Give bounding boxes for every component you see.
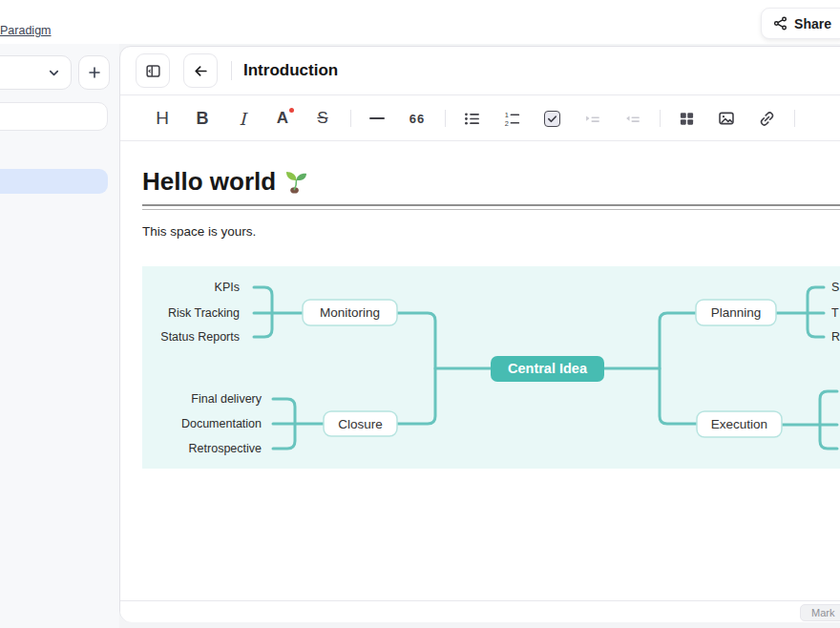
- page-title: Introduction: [243, 61, 338, 80]
- double-rule-divider: [142, 204, 840, 210]
- mindmap-leaf-label[interactable]: Documentation: [181, 417, 262, 430]
- top-bar: Paradigm Share: [0, 0, 840, 44]
- share-icon: [773, 16, 788, 31]
- svg-text:Monitoring: Monitoring: [320, 305, 380, 320]
- share-label: Share: [794, 16, 831, 31]
- svg-text:Planning: Planning: [711, 305, 762, 320]
- mindmap-leaf-label-clipped[interactable]: S: [831, 281, 839, 294]
- insert-table-button[interactable]: [672, 104, 701, 133]
- toolbar-divider: [350, 110, 351, 127]
- mindmap-leaf-label[interactable]: Status Reports: [160, 330, 240, 344]
- strikethrough-button[interactable]: S: [308, 104, 337, 133]
- markdown-toggle-button[interactable]: Mark: [800, 604, 840, 621]
- panel-header: Introduction: [120, 47, 840, 95]
- mindmap-leaf-label-clipped[interactable]: T: [831, 306, 839, 320]
- workspace-dropdown[interactable]: [0, 55, 72, 90]
- bold-button[interactable]: B: [188, 104, 217, 133]
- toolbar-divider: [794, 110, 795, 127]
- mindmap-node-central-idea[interactable]: Central Idea: [491, 356, 604, 382]
- mindmap-leaf-label[interactable]: Final delivery: [191, 392, 262, 406]
- toolbar-divider: [660, 110, 661, 127]
- svg-text:Central Idea: Central Idea: [508, 361, 588, 376]
- toggle-sidebar-button[interactable]: [136, 53, 170, 88]
- bullet-list-icon: [464, 111, 480, 127]
- mindmap-node-closure[interactable]: Closure: [324, 411, 397, 436]
- numbered-list-button[interactable]: 1 2: [497, 104, 526, 133]
- italic-button[interactable]: I: [228, 104, 257, 133]
- numbered-list-icon: 1 2: [504, 111, 520, 127]
- insert-link-button[interactable]: [752, 104, 781, 133]
- image-icon: [718, 110, 735, 127]
- indent-button[interactable]: [578, 104, 606, 133]
- sidebar-selected-doc[interactable]: [0, 169, 108, 194]
- doc-heading[interactable]: Hello world: [142, 167, 308, 197]
- outdent-icon: [624, 111, 640, 127]
- mindmap-leaf-label[interactable]: Retrospective: [189, 442, 262, 455]
- markdown-toggle-label: Mark: [811, 607, 834, 618]
- text-color-button[interactable]: A: [268, 104, 297, 133]
- link-icon: [759, 111, 775, 127]
- mindmap-leaf-label[interactable]: KPIs: [215, 281, 240, 294]
- share-button[interactable]: Share: [761, 8, 840, 39]
- insert-image-button[interactable]: [712, 104, 741, 133]
- mindmap-node-execution[interactable]: Execution: [697, 411, 782, 437]
- mindmap-node-planning[interactable]: Planning: [696, 300, 776, 325]
- table-icon: [679, 111, 695, 127]
- checkbox-icon: [544, 111, 560, 127]
- indent-icon: [584, 111, 600, 127]
- seedling-emoji: [284, 170, 308, 194]
- back-arrow-icon: [193, 63, 209, 79]
- doc-paragraph[interactable]: This space is yours.: [142, 224, 256, 239]
- header-divider: [231, 61, 232, 80]
- mindmap-node-monitoring[interactable]: Monitoring: [303, 300, 397, 325]
- mindmap-canvas[interactable]: KPIs Risk Tracking Status Reports Final …: [142, 266, 840, 469]
- doc-heading-text: Hello world: [142, 167, 276, 197]
- main-panel: Introduction H B I A S 66 1: [119, 46, 840, 622]
- heading-button[interactable]: H: [148, 104, 177, 133]
- workspace-link[interactable]: Paradigm: [0, 24, 52, 37]
- sidebar-search-box[interactable]: [0, 102, 108, 131]
- divider-block-button[interactable]: [363, 104, 391, 133]
- chevron-down-icon: [47, 66, 61, 80]
- plus-icon: [87, 65, 102, 80]
- toolbar-divider: [445, 110, 446, 127]
- new-doc-button[interactable]: [78, 55, 110, 90]
- mindmap-leaf-label-clipped[interactable]: R: [831, 330, 840, 344]
- outdent-button[interactable]: [618, 104, 646, 133]
- quote-button[interactable]: 66: [403, 104, 431, 133]
- mindmap-leaf-label[interactable]: Risk Tracking: [168, 306, 240, 320]
- sidebar: [0, 44, 119, 628]
- bullet-list-button[interactable]: [457, 104, 486, 133]
- todo-list-button[interactable]: [537, 104, 566, 133]
- svg-text:Closure: Closure: [338, 417, 383, 431]
- back-button[interactable]: [183, 53, 218, 88]
- panel-toggle-icon: [145, 63, 161, 79]
- panel-bottom-bar: Mark: [120, 600, 840, 622]
- format-toolbar: H B I A S 66 1 2: [120, 96, 840, 141]
- horizontal-rule-icon: [369, 117, 385, 119]
- svg-text:2: 2: [504, 118, 508, 126]
- svg-text:Execution: Execution: [711, 417, 767, 431]
